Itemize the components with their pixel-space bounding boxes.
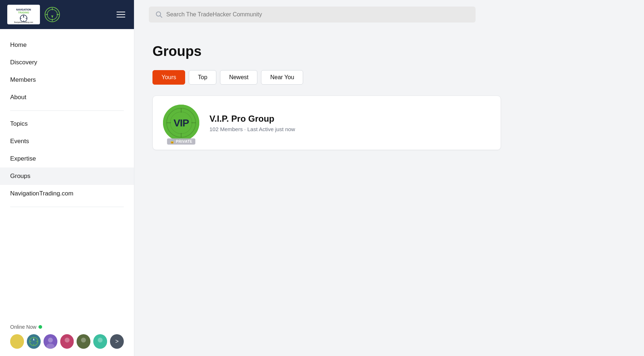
svg-marker-16 [51, 11, 53, 14]
online-indicator [38, 325, 42, 329]
svg-point-27 [48, 338, 53, 343]
sidebar-item-home[interactable]: Home [0, 36, 134, 54]
top-bar [134, 0, 644, 29]
lock-icon: 🔒 [170, 139, 175, 143]
sidebar-item-groups[interactable]: Groups [0, 167, 134, 185]
sidebar-header: NAVIGATION TRADING NavigationTrading.com [0, 0, 134, 29]
brand-logo: NAVIGATION TRADING NavigationTrading.com [7, 5, 40, 24]
group-meta: 102 Members · Last Active just now [209, 126, 490, 132]
sidebar-item-navigation-trading[interactable]: NavigationTrading.com [0, 185, 134, 202]
nav-divider-2 [10, 207, 124, 207]
group-card-vip-pro[interactable]: VIP 🔒 PRIVATE V.I.P. Pro Group 102 Membe… [152, 96, 501, 150]
svg-text:VIP: VIP [174, 117, 189, 129]
sidebar-item-about[interactable]: About [0, 89, 134, 106]
hamburger-line-3 [117, 17, 125, 17]
group-avatar: VIP [163, 105, 199, 141]
main-content: Groups Yours Top Newest Near You [134, 0, 644, 356]
online-label-text: Online Now [10, 324, 36, 330]
search-bar [149, 7, 476, 23]
online-avatar-1[interactable] [10, 334, 24, 349]
online-avatar-4[interactable] [60, 334, 74, 349]
private-badge: 🔒 PRIVATE [167, 138, 195, 145]
online-avatar-6[interactable] [93, 334, 107, 349]
svg-point-18 [10, 335, 24, 348]
search-input[interactable] [166, 11, 469, 18]
online-avatar-3[interactable] [44, 334, 57, 349]
compass-logo-icon [44, 7, 60, 23]
hamburger-line-1 [117, 12, 125, 12]
filter-tab-newest[interactable]: Newest [220, 70, 257, 85]
online-avatar-5[interactable] [77, 334, 90, 349]
filter-tabs: Yours Top Newest Near You [152, 70, 626, 85]
sidebar-item-topics[interactable]: Topics [0, 115, 134, 133]
svg-point-30 [65, 338, 69, 343]
svg-point-34 [98, 338, 103, 343]
online-section: Online Now [0, 318, 134, 356]
filter-tab-top[interactable]: Top [189, 70, 216, 85]
svg-point-19 [27, 335, 41, 348]
sidebar: NAVIGATION TRADING NavigationTrading.com [0, 0, 134, 356]
filter-tab-yours[interactable]: Yours [152, 70, 185, 85]
online-avatars: > [10, 334, 124, 349]
group-avatar-wrapper: VIP 🔒 PRIVATE [163, 105, 199, 141]
online-avatars-more[interactable]: > [110, 334, 124, 349]
private-label: PRIVATE [176, 139, 192, 143]
svg-text:NavigationTrading.com: NavigationTrading.com [14, 21, 33, 23]
sidebar-item-discovery[interactable]: Discovery [0, 54, 134, 71]
search-icon [155, 11, 163, 18]
hamburger-button[interactable] [115, 10, 127, 19]
sidebar-item-expertise[interactable]: Expertise [0, 150, 134, 167]
sidebar-item-events[interactable]: Events [0, 133, 134, 150]
online-avatar-2[interactable] [27, 334, 41, 349]
group-info: V.I.P. Pro Group 102 Members · Last Acti… [209, 114, 490, 132]
svg-line-36 [160, 16, 162, 17]
group-name: V.I.P. Pro Group [209, 114, 490, 124]
svg-marker-17 [51, 15, 53, 18]
svg-text:NAVIGATION: NAVIGATION [16, 8, 31, 11]
page-title: Groups [152, 44, 626, 59]
group-avatar-svg: VIP [163, 105, 199, 141]
filter-tab-near-you[interactable]: Near You [261, 70, 303, 85]
sidebar-nav: Home Discovery Members About Topics Even… [0, 29, 134, 318]
online-label: Online Now [10, 324, 124, 330]
page-content: Groups Yours Top Newest Near You [134, 29, 644, 165]
sidebar-item-members[interactable]: Members [0, 71, 134, 89]
svg-point-32 [81, 338, 86, 343]
hamburger-line-2 [117, 14, 125, 15]
nav-divider-1 [10, 110, 124, 111]
svg-text:TRADING: TRADING [18, 11, 29, 14]
